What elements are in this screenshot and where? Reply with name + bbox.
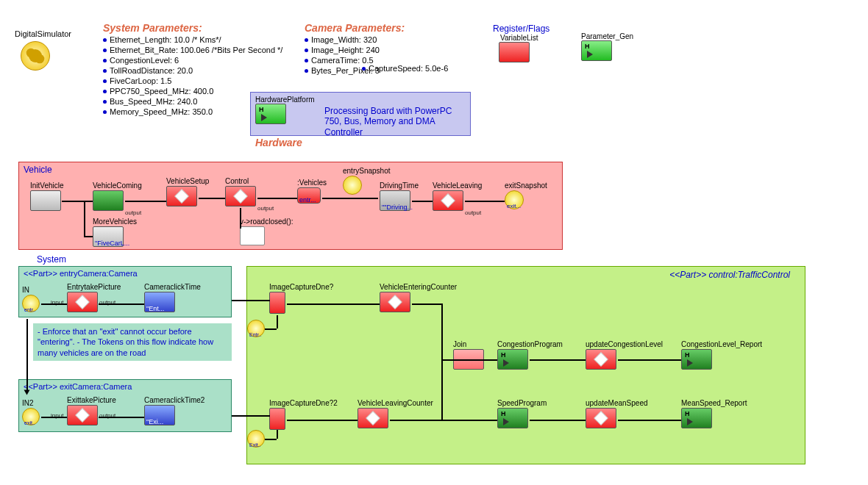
entry-in-node[interactable]: IN entr.. <box>22 286 40 314</box>
update-speed-node[interactable]: updateMeanSpeed <box>586 399 648 430</box>
output-port: output <box>125 209 141 216</box>
flow-note: - Enforce that an "exit" cannot occur be… <box>33 323 232 361</box>
exit-take-picture-node[interactable]: ExittakePicture input output <box>67 396 116 427</box>
param-gen-icon[interactable]: H <box>581 40 612 61</box>
speed-report-label: MeanSpeed_Report <box>681 399 747 407</box>
update-speed-icon <box>586 408 616 428</box>
speed-program-node[interactable]: SpeedProgram H <box>497 399 547 430</box>
vehicle-entering-counter-node[interactable]: VehicleEnteringCounter <box>380 283 457 314</box>
camera-params-title: Camera Parameters: <box>305 22 405 34</box>
vehicle-leaving-counter-icon <box>357 408 388 428</box>
vehicle-setup-icon <box>166 186 197 206</box>
in-label: IN <box>22 286 40 294</box>
exit-in2-node[interactable]: IN2 exit.. <box>22 399 40 427</box>
control-node[interactable]: Control output <box>225 177 256 208</box>
vehicle-setup-node[interactable]: VehicleSetup <box>166 177 209 208</box>
image-capture-entry-node[interactable]: ImageCaptureDne? <box>269 283 333 315</box>
entry-camera-part: <<Part>> entryCamera:Camera <box>19 267 231 280</box>
init-vehicle-node[interactable]: InitVehicle <box>30 182 64 212</box>
driving-time-node[interactable]: DrivingTime ""Driving... <box>380 182 419 212</box>
congestion-report-label: CongestionLevel_Report <box>681 340 762 348</box>
congestion-program-label: CongestionProgram <box>497 340 563 348</box>
init-vehicle-icon <box>30 190 61 211</box>
exit-snapshot-node[interactable]: exitSnapshot exit... <box>505 182 547 211</box>
param-item: Image_Width: 320 <box>305 35 405 44</box>
vehicle-entering-counter-label: VehicleEnteringCounter <box>380 283 457 291</box>
entry-snapshot-label: entrySnapshot <box>343 167 391 175</box>
variable-list-label: VariableList <box>500 34 549 42</box>
image-capture-exit-icon <box>269 408 285 430</box>
click-sub2: "Exi... <box>146 418 163 425</box>
vehicle-coming-node[interactable]: VehicleComing output <box>93 182 142 212</box>
exit-sub: exit... <box>507 203 521 209</box>
entry-take-picture-node[interactable]: EntrytakePicture input output <box>67 283 121 314</box>
join-label: Join <box>453 340 484 348</box>
system-title: System <box>37 254 66 265</box>
update-congestion-icon <box>586 349 616 370</box>
in2-label: IN2 <box>22 399 40 407</box>
vehicle-container: Vehicle InitVehicle VehicleComing output… <box>18 162 563 250</box>
hw-platform-icon[interactable]: H <box>255 104 286 124</box>
congestion-report-icon: H <box>681 349 712 370</box>
simulator-label: DigitalSimulator <box>15 29 71 38</box>
entry-take-picture-icon <box>67 292 98 312</box>
param-item: Ethernet_Length: 10.0 /* Kms*/ <box>103 35 282 44</box>
register-flags: Register/Flags VariableList <box>493 24 549 64</box>
driving-sub: ""Driving... <box>382 204 413 211</box>
more-vehicles-icon: "FiveCarL... <box>93 226 124 247</box>
hardware-container: HardwarePlatform H Processing Board with… <box>250 92 471 136</box>
in2-icon: exit.. <box>22 408 40 425</box>
entry-take-picture-label: EntrytakePicture <box>67 283 121 291</box>
vehicle-entering-counter-icon <box>380 292 410 312</box>
control-container: <<Part>> control:TrafficControl ImageCap… <box>246 266 805 464</box>
entr-sub: entr... <box>299 196 316 204</box>
capture-speed: CaptureSpeed: 5.0e-6 <box>362 64 448 73</box>
camera-click-time-node[interactable]: CameraclickTime "Ent... <box>144 283 201 314</box>
speed-report-node[interactable]: MeanSpeed_Report H <box>681 399 747 430</box>
vehicle-leaving-node[interactable]: VehicleLeaving output <box>433 182 482 212</box>
hw-platform-text: HardwarePlatform <box>255 96 315 104</box>
vehicles-node[interactable]: :Vehicles entr... <box>297 179 327 205</box>
entr-yellow-node[interactable]: Entr.. <box>247 320 265 339</box>
vehicle-leaving-counter-node[interactable]: VehicleLeavingCounter <box>357 399 433 430</box>
param-item: Ethernet_Bit_Rate: 100.0e6 /*Bits Per Se… <box>103 46 282 54</box>
road-closed-icon <box>240 226 265 245</box>
road-closed-node[interactable]: v->roadclosed(): <box>240 218 294 247</box>
vehicle-title: Vehicle <box>19 162 562 177</box>
vehicle-leaving-label: VehicleLeaving <box>433 182 482 190</box>
update-congestion-node[interactable]: updateCongestionLevel <box>586 340 663 371</box>
join-node[interactable]: Join <box>453 340 484 371</box>
system-params-title: System Parameters: <box>103 22 282 34</box>
exit-camera-container: <<Part>> exitCamera:Camera IN2 exit.. Ex… <box>18 379 232 432</box>
camera-click-time2-node[interactable]: CameraclickTime2 "Exi... <box>144 396 204 427</box>
hw-platform-label: HardwarePlatform H <box>255 96 315 126</box>
speed-program-label: SpeedProgram <box>497 399 547 407</box>
variable-list-icon[interactable] <box>499 42 530 62</box>
exit-yellow-node[interactable]: Exit.. <box>247 430 265 449</box>
app-title: DigitalSimulator <box>15 29 71 38</box>
vehicles-icon: entr... <box>297 187 321 204</box>
road-closed-label: v->roadclosed(): <box>240 218 294 226</box>
image-capture-exit-label: ImageCaptureDne?2 <box>269 399 338 407</box>
image-capture-entry-label: ImageCaptureDne? <box>269 283 333 291</box>
congestion-report-node[interactable]: CongestionLevel_Report H <box>681 340 762 371</box>
capture-speed-value: CaptureSpeed: 5.0e-6 <box>369 64 448 73</box>
congestion-program-node[interactable]: CongestionProgram H <box>497 340 563 371</box>
camera-click-time2-icon: "Exi... <box>144 405 175 425</box>
driving-time-label: DrivingTime <box>380 182 419 190</box>
vehicle-coming-label: VehicleComing <box>93 182 142 190</box>
entr-sub: entr.. <box>24 307 36 312</box>
param-item: CongestionLevel: 6 <box>103 56 282 65</box>
congestion-program-icon: H <box>497 349 528 370</box>
more-sub: "FiveCarL... <box>95 240 129 247</box>
camera-click-time-icon: "Ent... <box>144 292 175 312</box>
image-capture-exit-node[interactable]: ImageCaptureDne?2 <box>269 399 338 431</box>
more-vehicles-node[interactable]: MoreVehicles "FiveCarL... <box>93 218 137 248</box>
vehicle-leaving-icon <box>433 190 463 211</box>
entr-yellow-icon: Entr.. <box>247 320 265 337</box>
exit-snapshot-label: exitSnapshot <box>505 182 547 190</box>
exit-snapshot-icon: exit... <box>505 190 524 209</box>
param-gen: Parameter_Gen H <box>581 32 633 62</box>
exit-sub: exit.. <box>24 420 35 425</box>
in-icon: entr.. <box>22 295 40 312</box>
